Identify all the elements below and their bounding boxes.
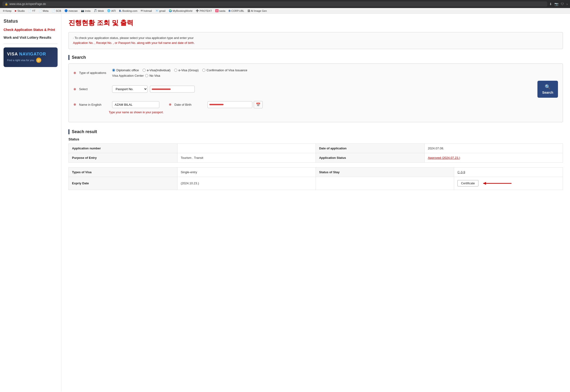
bookmark-ai-image-gen[interactable]: 🖼 AI Image Gen (247, 9, 268, 13)
arrow-annotation (481, 180, 514, 187)
bookmark-gmail[interactable]: 📧 gmail (154, 9, 167, 13)
dob-redacted-overlay (209, 104, 223, 105)
meta-icon: 📄 (39, 9, 42, 12)
radio-evisa-group[interactable]: e-Visa (Group) (174, 69, 198, 72)
expiry-date-header: Expriy Date (69, 177, 178, 190)
expiry-date-value: (2024.10.23.) (177, 177, 316, 190)
name-input[interactable] (112, 101, 159, 108)
status-stay-value: C-3-9 (454, 167, 563, 177)
name-field-label: Name in English (79, 103, 110, 106)
certificate-cell: Certificate (454, 177, 563, 190)
app-status-header: Application Status (316, 153, 424, 162)
studio-icon: ▶ (15, 9, 17, 12)
date-app-header: Date of application (316, 143, 424, 153)
radio-confirmation-visa-label: Confirmation of Visa Issuance (207, 69, 247, 72)
scb-icon: 📄 (52, 9, 55, 12)
bookmark-tiktok[interactable]: 🎵 tiktok (93, 9, 105, 13)
gmail-icon: 📧 (155, 9, 159, 12)
select-row: ※ Select Passport No. Application No. Re… (73, 81, 558, 98)
radio-evisa-group-input[interactable] (174, 69, 177, 72)
visa-navigator-box[interactable]: VISA NAVIGATOR Find a right visa for you… (3, 47, 58, 67)
search-button[interactable]: 🔍 Search (537, 81, 558, 98)
app-number-header: Application number (69, 143, 178, 153)
required-marker-select: ※ (73, 87, 76, 91)
radio-confirmation-visa[interactable]: Confirmation of Visa Issuance (202, 69, 247, 72)
name-hint-text: Type your name as shown in your passport… (109, 111, 164, 114)
search-button-label: Search (542, 91, 553, 94)
browser-chrome: 🔒 www.visa.go.kr/openPage.do ⬇ 📷 🛡 › (0, 0, 570, 8)
visa-navigator-go-button[interactable]: go (36, 57, 41, 63)
required-marker-type: ※ (73, 71, 76, 75)
lock-icon: 🔒 (5, 3, 8, 6)
bookmark-insta[interactable]: 📷 insta (80, 9, 91, 13)
tiktok-icon: 🎵 (94, 9, 97, 12)
page-wrapper: Status Check Application Status & Print … (0, 14, 570, 392)
radio-no-visa-input[interactable] (145, 74, 148, 77)
date-app-value: 2024.07.08. (424, 143, 563, 153)
passport-type-select[interactable]: Passport No. Application No. Receipt No. (112, 85, 148, 93)
url-bar[interactable]: 🔒 www.visa.go.kr/openPage.do (2, 1, 547, 7)
bookmark-studio[interactable]: ▶ Studio (14, 9, 26, 13)
bookmark-corp-ubl[interactable]: B CORP.UBL (228, 9, 245, 13)
red-arrow-svg (481, 180, 514, 187)
radio-evisa-group-label: e-Visa (Group) (179, 69, 198, 72)
radio-no-visa-label: No Visa (149, 74, 160, 77)
table-row: Application number Date of application 2… (69, 143, 563, 153)
bookmark-yt[interactable]: 📄 YT (27, 9, 36, 13)
stay-code: C-3-9 (458, 170, 465, 174)
calendar-button[interactable]: 📅 (254, 101, 263, 108)
search-form-box: ※ Type of applications Diplomatic office… (69, 63, 563, 122)
radio-no-visa[interactable]: No Visa (145, 74, 160, 77)
passport-redacted-overlay (152, 88, 171, 90)
required-marker-name: ※ (73, 103, 76, 106)
dob-input-group: 📅 (208, 101, 263, 108)
bookmark-keep[interactable]: ⊞ Keep (2, 9, 13, 13)
insta-icon: 📷 (81, 9, 84, 12)
keep-icon: ⊞ (3, 9, 5, 12)
bookmark-protekt[interactable]: ➕ PROTEKT (195, 9, 213, 13)
bookmark-iati[interactable]: 🌐 IATI (106, 9, 117, 13)
certificate-button[interactable]: Certificate (458, 180, 478, 186)
mybookingworld-icon: 🌍 (169, 9, 172, 12)
bookmark-booking[interactable]: B. Booking.com (118, 9, 139, 13)
meezan-icon: 🔵 (64, 9, 68, 12)
purpose-entry-value: Tourism . Transit (177, 153, 316, 162)
sidebar: Status Check Application Status & Print … (0, 14, 61, 392)
shield-icon[interactable]: 🛡 (561, 2, 564, 6)
name-dob-row: ※ Name in English ※ Date of Birth 📅 Type (73, 101, 558, 114)
result-table-1: Application number Date of application 2… (69, 143, 563, 163)
bookmark-meezan[interactable]: 🔵 meezan (64, 9, 79, 13)
radio-evisa-individual-input[interactable] (142, 69, 146, 72)
radio-diplomatic-office-input[interactable] (112, 69, 115, 72)
bookmark-meta[interactable]: 📄 Meta (38, 9, 49, 13)
visa-navigator-title: VISA NAVIGATOR (7, 52, 54, 57)
required-marker-dob: ※ (169, 103, 172, 106)
radio-confirmation-visa-input[interactable] (202, 69, 205, 72)
screenshot-icon[interactable]: 📷 (555, 2, 558, 6)
hotmail-icon: ✉ (141, 9, 143, 12)
bookmark-hotmail[interactable]: ✉ hotmail (140, 9, 153, 13)
purpose-entry-header: Purpose of Entry (69, 153, 178, 162)
result-section-title: Seach result (69, 129, 563, 134)
table-row: Purpose of Entry Tourism . Transit Appli… (69, 153, 563, 162)
downloads-icon[interactable]: ⬇ (549, 2, 552, 6)
visa-app-center-label: Visa Application Center (112, 74, 144, 77)
radio-evisa-individual[interactable]: e-Visa(Individual) (142, 69, 170, 72)
corp-ubl-icon: B (229, 9, 231, 12)
types-visa-header: Types of Visa (69, 167, 178, 177)
bookmark-scb[interactable]: 📄 SCB (51, 9, 62, 13)
search-button-icon: 🔍 (545, 84, 551, 90)
bookmarks-bar: ⊞ Keep ▶ Studio 📄 YT 📄 Meta 📄 SCB 🔵 meez… (0, 8, 570, 14)
app-status-value: Approved (2024.07.23.) (424, 153, 563, 162)
forward-icon[interactable]: › (567, 2, 568, 6)
sidebar-item-check-status[interactable]: Check Application Status & Print (3, 27, 58, 32)
sidebar-divider (3, 44, 58, 44)
bookmark-sasta[interactable]: st sasta (214, 9, 226, 13)
app-number-value (177, 143, 316, 153)
dob-field-label: Date of Birth (174, 103, 205, 106)
bookmark-mybookingworld[interactable]: 🌍 MyBookingWorld (168, 9, 193, 13)
sidebar-item-lottery[interactable]: Work and Visit Lottery Results (3, 35, 58, 40)
types-visa-value: Single-entry (177, 167, 316, 177)
radio-group-type: Diplomatic office e-Visa(Individual) e-V… (112, 69, 247, 72)
radio-diplomatic-office[interactable]: Diplomatic office (112, 69, 139, 72)
